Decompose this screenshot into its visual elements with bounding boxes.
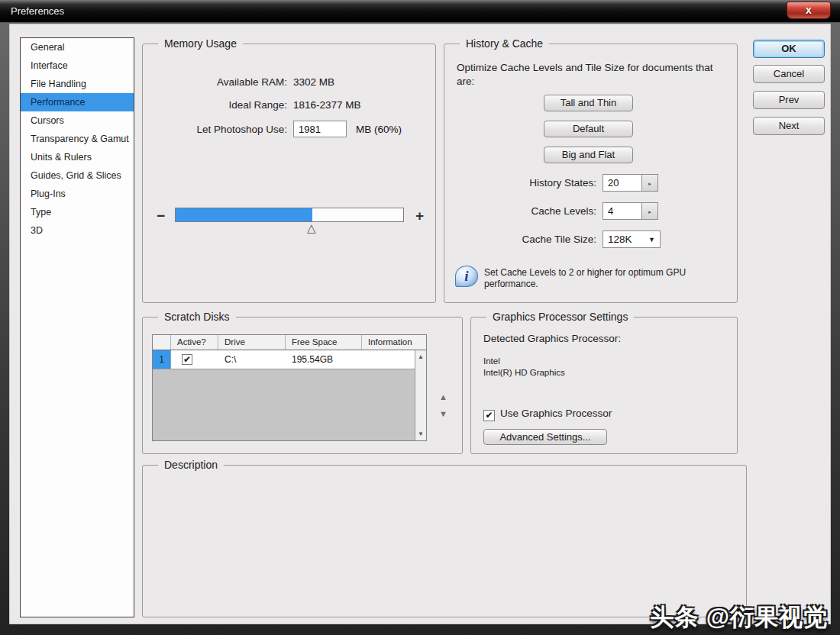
memory-suffix: MB (60%) [356, 124, 402, 135]
memory-amount-input[interactable] [293, 121, 347, 137]
sidebar-item-type[interactable]: Type [21, 203, 134, 221]
row-active-cell: ✔ [171, 350, 218, 369]
cancel-button[interactable]: Cancel [753, 65, 825, 83]
cache-tile-size-value: 128K [608, 234, 632, 245]
table-row[interactable]: 1 ✔ C:\ 195.54GB [153, 350, 416, 369]
scroll-up-icon[interactable]: ▲ [415, 353, 426, 360]
ok-button[interactable]: OK [753, 40, 825, 58]
watermark: 头条 @衍果视觉 [650, 601, 828, 633]
active-checkbox[interactable]: ✔ [182, 354, 192, 365]
prev-button[interactable]: Prev [753, 91, 825, 109]
close-icon: x [806, 4, 812, 16]
sidebar-item-performance[interactable]: Performance [21, 93, 134, 111]
column-header-active: Active? [171, 335, 218, 350]
slider-plus-icon[interactable]: + [415, 208, 424, 224]
cache-levels-label: Cache Levels: [455, 205, 596, 217]
memory-slider-fill [176, 208, 312, 221]
dialog-content: General Interface File Handling Performa… [9, 24, 831, 624]
memory-slider: − △ + [157, 206, 424, 237]
advanced-settings-button[interactable]: Advanced Settings... [483, 429, 607, 445]
sidebar-item-units-rulers[interactable]: Units & Rulers [21, 148, 134, 166]
chevron-down-icon: ▼ [648, 236, 655, 243]
history-states-spinner-icon[interactable]: ▸ [641, 174, 658, 192]
sidebar-item-3d[interactable]: 3D [21, 221, 134, 240]
table-scrollbar[interactable]: ▲ ▼ [415, 350, 426, 440]
let-photoshop-use-label: Let Photoshop Use: [153, 124, 287, 135]
default-button[interactable]: Default [544, 121, 633, 137]
use-gpu-checkbox[interactable]: ✔ [483, 410, 495, 421]
column-header-drive: Drive [218, 335, 286, 350]
gpu-vendor: Intel [483, 356, 500, 367]
use-graphics-processor-row[interactable]: ✔Use Graphics Processor [483, 408, 612, 421]
gpu-note: i Set Cache Levels to 2 or higher for op… [455, 266, 724, 290]
memory-slider-thumb-icon[interactable]: △ [307, 221, 316, 235]
memory-slider-track[interactable] [175, 208, 404, 222]
history-cache-group: History & Cache Optimize Cache Levels an… [444, 44, 738, 303]
graphics-processor-legend: Graphics Processor Settings [486, 311, 634, 323]
description-legend: Description [158, 459, 224, 471]
next-button[interactable]: Next [753, 117, 825, 135]
scratch-disks-group: Scratch Disks Active? Drive Free Space I… [142, 317, 463, 454]
sidebar-item-general[interactable]: General [21, 38, 134, 56]
history-cache-intro: Optimize Cache Levels and Tile Size for … [457, 61, 716, 89]
row-index: 1 [153, 350, 171, 369]
history-cache-legend: History & Cache [460, 37, 549, 50]
memory-usage-legend: Memory Usage [158, 37, 243, 50]
cache-levels-input[interactable] [603, 202, 642, 220]
scratch-disks-legend: Scratch Disks [158, 311, 236, 323]
column-header-information: Information [362, 335, 426, 350]
history-states-label: History States: [455, 177, 596, 189]
description-group: Description [142, 465, 747, 617]
row-drive-cell: C:\ [218, 350, 286, 369]
close-button[interactable]: x [787, 2, 831, 19]
sidebar-item-cursors[interactable]: Cursors [21, 111, 134, 130]
row-free-space-cell: 195.54GB [286, 350, 362, 369]
info-icon: i [455, 266, 478, 287]
slider-minus-icon[interactable]: − [157, 208, 165, 224]
ideal-range-value: 1816-2377 MB [293, 99, 361, 111]
graphics-processor-group: Graphics Processor Settings Detected Gra… [470, 317, 738, 454]
available-ram-value: 3302 MB [293, 76, 334, 88]
use-gpu-label: Use Graphics Processor [500, 408, 612, 419]
row-information-cell [362, 350, 416, 369]
memory-usage-group: Memory Usage Available RAM: 3302 MB Idea… [142, 44, 436, 303]
column-header-index [153, 335, 171, 350]
sidebar-item-interface[interactable]: Interface [21, 56, 134, 75]
sidebar-item-guides-grid-slices[interactable]: Guides, Grid & Slices [21, 166, 134, 185]
window-title: Preferences [11, 5, 64, 17]
sidebar-item-file-handling[interactable]: File Handling [21, 75, 134, 93]
sidebar-item-transparency-gamut[interactable]: Transparency & Gamut [21, 130, 134, 148]
scratch-table-header: Active? Drive Free Space Information [153, 335, 426, 350]
detected-gpu-label: Detected Graphics Processor: [483, 333, 621, 344]
scroll-down-icon[interactable]: ▼ [415, 430, 426, 437]
sidebar-item-plug-ins[interactable]: Plug-Ins [21, 185, 134, 203]
move-down-icon[interactable]: ▼ [439, 409, 447, 418]
tall-and-thin-button[interactable]: Tall and Thin [544, 95, 633, 111]
preferences-dialog: Preferences x General Interface File Han… [0, 0, 840, 635]
preferences-category-list: General Interface File Handling Performa… [20, 37, 134, 617]
column-header-free-space: Free Space [286, 335, 362, 350]
cache-tile-size-dropdown[interactable]: 128K ▼ [603, 230, 661, 248]
cache-levels-spinner-icon[interactable]: ▸ [641, 202, 658, 220]
big-and-flat-button[interactable]: Big and Flat [544, 147, 633, 163]
move-up-icon[interactable]: ▲ [439, 392, 447, 401]
gpu-note-text: Set Cache Levels to 2 or higher for opti… [484, 266, 724, 290]
history-states-input[interactable] [603, 174, 642, 192]
title-bar[interactable]: Preferences x [0, 0, 840, 23]
scratch-disks-table: Active? Drive Free Space Information 1 ✔… [152, 334, 427, 441]
ideal-range-label: Ideal Range: [153, 99, 287, 111]
available-ram-label: Available RAM: [153, 76, 287, 88]
cache-tile-size-label: Cache Tile Size: [455, 234, 596, 245]
gpu-device: Intel(R) HD Graphics [483, 367, 565, 379]
